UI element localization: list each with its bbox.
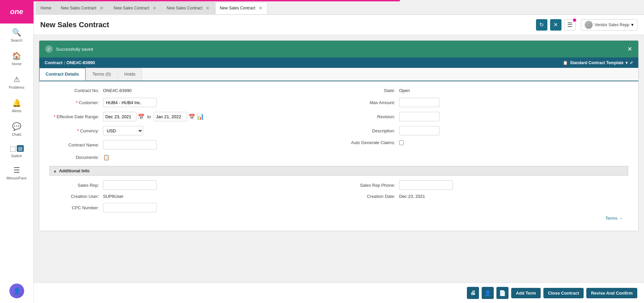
chat-icon: 💬 [12, 122, 21, 131]
tab-contract-details[interactable]: Contract Details [39, 68, 86, 81]
customer-row: Customer: [49, 98, 332, 107]
right-fields: State: Open Max Amount: Revision: De [332, 88, 628, 161]
menu-icon: ☰ [13, 166, 20, 175]
sales-rep-phone-row: Sales Rep Phone: [345, 180, 628, 190]
tab-home[interactable]: Home [36, 2, 56, 14]
sidebar-item-home[interactable]: 🏠 Home [0, 47, 33, 71]
tab-3-close[interactable]: ✕ [205, 5, 210, 11]
sidebar-item-chats[interactable]: 💬 Chats [0, 118, 33, 141]
refresh-button[interactable]: ↻ [536, 19, 547, 31]
template-chevron-icon: ▾ [626, 60, 628, 65]
tab-1[interactable]: New Sales Contract ✕ [56, 2, 109, 14]
main-area: Home New Sales Contract ✕ New Sales Cont… [34, 0, 644, 303]
max-amount-input[interactable] [399, 98, 439, 107]
search-icon: 🔍 [12, 28, 21, 37]
sidebar: one 🔍 Search 🏠 Home ⚠ Problems 🔔 Alerts … [0, 0, 34, 303]
currency-select[interactable]: USD EUR GBP [103, 126, 143, 135]
print-button[interactable]: 🖨 [467, 287, 479, 299]
auto-generate-row: Auto Generate Claims: [345, 140, 628, 145]
revise-confirm-button[interactable]: Revise And Confirm [586, 288, 637, 298]
state-row: State: Open [345, 88, 628, 93]
close-button[interactable]: ✕ [550, 19, 561, 31]
currency-label: Currency: [49, 128, 103, 133]
tab-1-close[interactable]: ✕ [99, 5, 104, 11]
tab-terms[interactable]: Terms (0) [86, 68, 117, 81]
person-button[interactable]: 👤 [482, 287, 494, 299]
tab-2[interactable]: New Sales Contract ✕ [109, 2, 162, 14]
state-value: Open [399, 88, 410, 93]
contract-no-value: ONE#C-83990 [103, 88, 131, 93]
additional-info-title: Additional Info [59, 168, 90, 173]
auto-generate-checkbox[interactable] [399, 140, 404, 145]
success-message: Successfully saved [56, 47, 93, 52]
template-selector[interactable]: 📋 Standard Contract Template ▾ ⤢ [563, 60, 633, 65]
sales-rep-label: Sales Rep: [49, 183, 103, 188]
creation-user-label: Creation User: [49, 194, 103, 199]
date-from-input[interactable] [103, 112, 137, 121]
additional-info-header[interactable]: ▲ Additional Info [49, 166, 628, 176]
auto-generate-label: Auto Generate Claims: [345, 140, 399, 145]
additional-info-right: Sales Rep Phone: Creation Date: Dec 23, … [332, 180, 628, 212]
creation-date-value: Dec 23, 2021 [399, 194, 425, 199]
content-area: ✓ Successfully saved ✕ Contract : ONE#C-… [34, 35, 644, 283]
app-logo[interactable]: one [0, 0, 34, 24]
sales-rep-phone-input[interactable] [399, 180, 453, 190]
effective-date-row: Effective Date Range: 📅 to 📅 📊 [49, 112, 332, 121]
left-fields: Contract No: ONE#C-83990 Customer: Effec… [49, 88, 332, 161]
calendar-to-icon[interactable]: 📅 [189, 114, 195, 120]
document-button[interactable]: 📄 [496, 287, 508, 299]
warning-icon: ⚠ [13, 75, 20, 84]
description-input[interactable] [399, 126, 439, 135]
sidebar-item-problems[interactable]: ⚠ Problems [0, 71, 33, 94]
date-extra-icon[interactable]: 📊 [197, 113, 204, 120]
calendar-from-icon[interactable]: 📅 [138, 114, 145, 120]
revision-input[interactable] [399, 112, 439, 121]
contract-name-label: Contract Name: [49, 142, 103, 147]
banner-close-button[interactable]: ✕ [627, 45, 632, 53]
page-title: New Sales Contract [40, 20, 536, 29]
cpc-number-input[interactable] [103, 203, 157, 212]
additional-info-fields: Sales Rep: Creation User: SUP6User CPC N… [49, 180, 628, 212]
tab-2-close[interactable]: ✕ [152, 5, 157, 11]
close-contract-button[interactable]: Close Contract [543, 288, 584, 298]
sales-rep-input[interactable] [103, 180, 157, 190]
switch-icon1: ⬚ [10, 144, 16, 153]
sidebar-item-search[interactable]: 🔍 Search [0, 24, 33, 47]
user-name: Vendor Sales Repp [595, 23, 629, 27]
tab-holds[interactable]: Holds [118, 68, 142, 81]
description-label: Description: [345, 128, 399, 133]
contract-id: Contract : ONE#C-83990 [45, 60, 95, 65]
effective-date-label: Effective Date Range: [49, 114, 103, 119]
additional-info-left: Sales Rep: Creation User: SUP6User CPC N… [49, 180, 332, 212]
template-doc-icon: 📋 [563, 60, 568, 65]
tab-4-active[interactable]: New Sales Contract ✕ [215, 2, 268, 14]
contract-header-bar: Contract : ONE#C-83990 📋 Standard Contra… [39, 57, 638, 68]
creation-date-label: Creation Date: [345, 194, 399, 199]
template-name: Standard Contract Template [570, 60, 624, 65]
dropdown-chevron-icon: ▾ [631, 22, 634, 27]
tab-4-close[interactable]: ✕ [258, 5, 263, 11]
date-to-input[interactable] [154, 112, 187, 121]
cpc-number-label: CPC Number: [49, 205, 103, 210]
contract-no-label: Contract No: [49, 88, 103, 93]
sidebar-item-alerts[interactable]: 🔔 Alerts [0, 94, 33, 118]
tab-3[interactable]: New Sales Contract ✕ [162, 2, 215, 14]
contract-name-input[interactable] [103, 140, 157, 149]
terms-link[interactable]: Terms → [49, 212, 628, 224]
customer-input[interactable] [103, 98, 157, 107]
contract-no-row: Contract No: ONE#C-83990 [49, 88, 332, 93]
user-dropdown[interactable]: Vendor Sales Repp ▾ [581, 19, 637, 31]
documents-row: Documents: 📋 [49, 154, 332, 161]
creation-user-value: SUP6User [103, 194, 123, 199]
tab-bar: Home New Sales Contract ✕ New Sales Cont… [34, 1, 644, 15]
description-row: Description: [345, 126, 628, 135]
sidebar-item-menus[interactable]: ☰ Menus/Favs [0, 161, 33, 185]
user-avatar[interactable]: 👤 [9, 284, 24, 298]
sidebar-item-switch[interactable]: ⬚ ▤ Switch [0, 141, 33, 161]
add-term-button[interactable]: Add Term [511, 288, 541, 298]
document-icon[interactable]: 📋 [103, 154, 110, 161]
hamburger-wrap: ☰ [564, 19, 576, 31]
switch-icon2: ▤ [17, 145, 24, 152]
header-actions: ↻ ✕ ☰ Vendor Sales Repp ▾ [536, 19, 637, 31]
success-banner: ✓ Successfully saved ✕ [39, 41, 638, 57]
